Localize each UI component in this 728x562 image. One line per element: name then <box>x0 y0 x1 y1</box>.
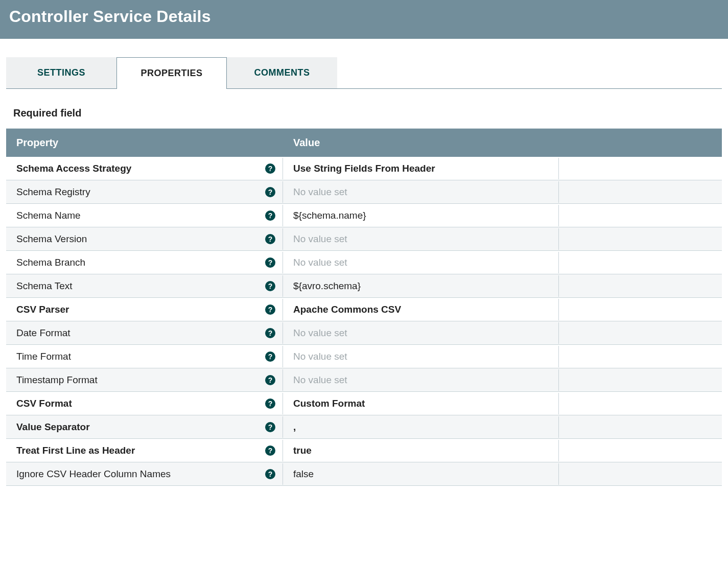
help-icon[interactable]: ? <box>265 305 275 315</box>
property-value: Use String Fields From Header <box>293 163 435 174</box>
property-name: Schema Branch <box>16 257 85 268</box>
table-row[interactable]: CSV Format?Custom Format <box>6 392 722 415</box>
value-cell[interactable]: Custom Format <box>283 393 559 414</box>
value-cell[interactable]: ${avro.schema} <box>283 275 559 297</box>
tab-properties[interactable]: PROPERTIES <box>116 57 227 89</box>
value-cell[interactable]: No value set <box>283 322 559 344</box>
property-name: CSV Format <box>16 398 72 409</box>
table-row[interactable]: Schema Branch?No value set <box>6 251 722 274</box>
required-field-label: Required field <box>13 107 728 119</box>
value-cell[interactable]: No value set <box>283 181 559 203</box>
help-icon[interactable]: ? <box>265 446 275 456</box>
property-name: Schema Version <box>16 233 87 245</box>
help-icon[interactable]: ? <box>265 281 275 291</box>
help-icon[interactable]: ? <box>265 187 275 197</box>
header-extra <box>559 129 722 157</box>
table-row[interactable]: CSV Parser?Apache Commons CSV <box>6 298 722 321</box>
value-cell[interactable]: No value set <box>283 369 559 391</box>
property-name: Schema Registry <box>16 186 90 198</box>
property-cell: Schema Branch? <box>6 252 283 273</box>
property-cell: Value Separator? <box>6 416 283 438</box>
property-value: ${avro.schema} <box>293 280 361 292</box>
help-icon[interactable]: ? <box>265 352 275 362</box>
property-name: Schema Access Strategy <box>16 163 131 174</box>
property-value: No value set <box>293 186 347 198</box>
table-row[interactable]: Schema Version?No value set <box>6 227 722 251</box>
property-value: No value set <box>293 351 347 362</box>
tab-settings[interactable]: SETTINGS <box>6 57 116 88</box>
help-icon[interactable]: ? <box>265 422 275 432</box>
dialog-title: Controller Service Details <box>9 7 719 26</box>
property-value: false <box>293 469 314 480</box>
property-name: Schema Name <box>16 210 81 221</box>
value-cell[interactable]: No value set <box>283 252 559 273</box>
properties-table: Property Value Schema Access Strategy?Us… <box>6 128 722 486</box>
property-value: No value set <box>293 257 347 268</box>
tabs: SETTINGSPROPERTIESCOMMENTS <box>6 57 722 89</box>
property-cell: CSV Format? <box>6 393 283 414</box>
property-value: Apache Commons CSV <box>293 304 401 315</box>
table-row[interactable]: Date Format?No value set <box>6 321 722 345</box>
help-icon[interactable]: ? <box>265 328 275 338</box>
property-name: Treat First Line as Header <box>16 445 135 456</box>
property-cell: Ignore CSV Header Column Names? <box>6 463 283 485</box>
table-row[interactable]: Treat First Line as Header?true <box>6 439 722 462</box>
property-cell: Schema Text? <box>6 275 283 297</box>
help-icon[interactable]: ? <box>265 257 275 268</box>
value-cell[interactable]: No value set <box>283 228 559 250</box>
table-row[interactable]: Value Separator?, <box>6 415 722 439</box>
help-icon[interactable]: ? <box>265 234 275 244</box>
property-name: Schema Text <box>16 280 72 292</box>
property-cell: Schema Version? <box>6 228 283 250</box>
property-name: Timestamp Format <box>16 374 98 386</box>
table-row[interactable]: Ignore CSV Header Column Names?false <box>6 462 722 486</box>
table-row[interactable]: Schema Registry?No value set <box>6 180 722 204</box>
dialog-header: Controller Service Details <box>0 0 728 39</box>
property-name: Date Format <box>16 327 71 339</box>
property-cell: CSV Parser? <box>6 299 283 320</box>
help-icon[interactable]: ? <box>265 163 275 174</box>
property-cell: Time Format? <box>6 346 283 367</box>
table-row[interactable]: Time Format?No value set <box>6 345 722 368</box>
property-value: true <box>293 445 312 456</box>
value-cell[interactable]: Apache Commons CSV <box>283 299 559 320</box>
header-property: Property <box>6 129 283 157</box>
tab-comments[interactable]: COMMENTS <box>227 57 337 88</box>
property-cell: Date Format? <box>6 322 283 344</box>
property-value: No value set <box>293 327 347 339</box>
table-row[interactable]: Timestamp Format?No value set <box>6 368 722 392</box>
property-cell: Treat First Line as Header? <box>6 440 283 461</box>
property-cell: Schema Registry? <box>6 181 283 203</box>
value-cell[interactable]: ${schema.name} <box>283 205 559 226</box>
value-cell[interactable]: true <box>283 440 559 461</box>
value-cell[interactable]: No value set <box>283 346 559 367</box>
table-row[interactable]: Schema Name?${schema.name} <box>6 204 722 227</box>
value-cell[interactable]: false <box>283 463 559 485</box>
help-icon[interactable]: ? <box>265 469 275 479</box>
property-value: Custom Format <box>293 398 365 409</box>
property-cell: Schema Access Strategy? <box>6 158 283 179</box>
property-name: Ignore CSV Header Column Names <box>16 469 171 480</box>
value-cell[interactable]: , <box>283 416 559 438</box>
property-value: ${schema.name} <box>293 210 366 221</box>
property-value: , <box>293 421 296 433</box>
header-value: Value <box>283 129 559 157</box>
value-cell[interactable]: Use String Fields From Header <box>283 158 559 179</box>
table-row[interactable]: Schema Access Strategy?Use String Fields… <box>6 157 722 180</box>
help-icon[interactable]: ? <box>265 399 275 409</box>
table-body: Schema Access Strategy?Use String Fields… <box>6 157 722 486</box>
property-value: No value set <box>293 374 347 386</box>
table-header: Property Value <box>6 129 722 157</box>
property-cell: Timestamp Format? <box>6 369 283 391</box>
property-value: No value set <box>293 233 347 245</box>
help-icon[interactable]: ? <box>265 375 275 385</box>
table-row[interactable]: Schema Text?${avro.schema} <box>6 274 722 298</box>
property-name: Value Separator <box>16 421 90 433</box>
property-name: CSV Parser <box>16 304 69 315</box>
help-icon[interactable]: ? <box>265 210 275 221</box>
property-name: Time Format <box>16 351 71 362</box>
property-cell: Schema Name? <box>6 205 283 226</box>
